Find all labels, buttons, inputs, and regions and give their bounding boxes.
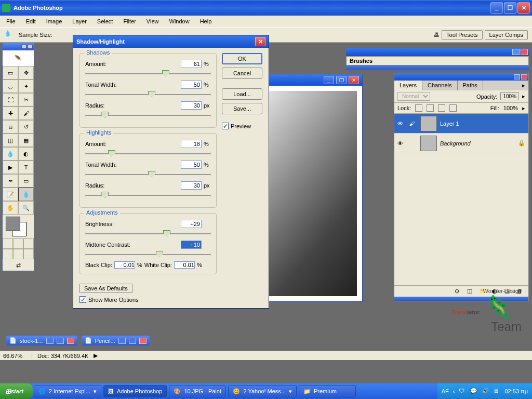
hand-tool[interactable]: ✋: [3, 201, 18, 215]
load-button[interactable]: Load...: [222, 88, 262, 100]
layer-comps-tab[interactable]: Layer Comps: [485, 30, 528, 39]
blend-mode-select[interactable]: Normal: [397, 92, 430, 101]
fill-arrow-icon[interactable]: ▸: [522, 105, 525, 112]
brightness-slider[interactable]: [85, 229, 211, 238]
path-select-tool[interactable]: ▶: [3, 161, 18, 174]
doc-minimize-button[interactable]: _: [324, 76, 334, 84]
language-indicator[interactable]: AF: [442, 388, 449, 394]
taskbar-item[interactable]: 🎨10.JPG - Paint: [169, 385, 226, 397]
lasso-tool[interactable]: ◡: [3, 79, 18, 93]
gradient-tool[interactable]: ▦: [18, 134, 34, 147]
shadows-tonal-slider[interactable]: [85, 90, 211, 99]
lock-pixels-button[interactable]: [427, 104, 434, 112]
taskbar-item[interactable]: 😊2 Yahoo! Mess...▾: [228, 385, 297, 397]
color-swatch[interactable]: [3, 215, 34, 238]
channels-tab[interactable]: Channels: [422, 81, 457, 90]
eraser-tool[interactable]: ◫: [3, 134, 18, 147]
layer-row[interactable]: 👁🖌 Layer 1: [394, 114, 528, 134]
highlights-radius-input[interactable]: [181, 181, 202, 190]
toolbox-minimize-button[interactable]: [21, 45, 26, 49]
tool-presets-tab[interactable]: Tool Presets: [442, 30, 483, 39]
doc-maximize-button[interactable]: ❐: [336, 76, 347, 84]
notes-tool[interactable]: 📝: [3, 188, 18, 201]
standard-mode-button[interactable]: [3, 238, 13, 249]
mdi-close-button[interactable]: [67, 338, 74, 344]
app-close-button[interactable]: ✕: [517, 2, 530, 14]
highlights-radius-slider[interactable]: [85, 191, 211, 200]
heal-tool[interactable]: ✚: [3, 107, 18, 120]
layer-row[interactable]: 👁 Background 🔒: [394, 134, 528, 153]
screen-mode-button[interactable]: [23, 238, 34, 249]
app-minimize-button[interactable]: _: [490, 2, 503, 14]
print-icon[interactable]: 🖶: [434, 32, 440, 38]
menu-select[interactable]: Select: [93, 17, 117, 25]
tray-expand-icon[interactable]: ‹: [453, 388, 455, 394]
tray-icon[interactable]: 🔊: [482, 388, 489, 395]
history-brush-tool[interactable]: ↺: [18, 120, 34, 134]
eyedropper-icon[interactable]: 💧: [4, 30, 14, 39]
document-window[interactable]: 3) _ ❐ ✕: [254, 74, 363, 302]
paths-tab[interactable]: Paths: [458, 81, 483, 90]
lock-position-button[interactable]: [438, 104, 445, 112]
layer-name[interactable]: Background: [440, 140, 518, 147]
stamp-tool[interactable]: ⧇: [3, 120, 18, 134]
opacity-value[interactable]: 100%: [500, 92, 519, 100]
blur-tool[interactable]: 💧: [3, 147, 18, 161]
taskbar-item[interactable]: 🖼Adobe Photoshop: [103, 385, 167, 397]
mdi-restore-button[interactable]: [46, 338, 54, 344]
menu-edit[interactable]: Edit: [22, 17, 40, 25]
brushes-title[interactable]: Brushes: [346, 56, 529, 65]
wand-tool[interactable]: ✦: [18, 79, 34, 93]
layer-thumbnail[interactable]: [420, 116, 437, 131]
status-arrow-icon[interactable]: ▶: [94, 352, 98, 359]
crop-tool[interactable]: ⛶: [3, 93, 18, 107]
fill-value[interactable]: 100%: [503, 105, 518, 111]
show-more-checkbox[interactable]: ✓Show More Options: [79, 296, 217, 303]
highlights-tonal-slider[interactable]: [85, 170, 211, 179]
menu-image[interactable]: Image: [42, 17, 66, 25]
lock-all-button[interactable]: [449, 104, 457, 112]
highlights-amount-slider[interactable]: [85, 149, 211, 158]
brushes-close-button[interactable]: [521, 49, 528, 55]
save-defaults-button[interactable]: Save As Defaults: [79, 284, 132, 293]
marquee-tool[interactable]: ▭: [3, 66, 18, 79]
brushes-minimize-button[interactable]: [512, 49, 520, 55]
menu-window[interactable]: Window: [165, 17, 194, 25]
shadows-amount-slider[interactable]: [85, 69, 211, 78]
tray-icon[interactable]: 🖥: [493, 388, 500, 395]
mdi-restore-button[interactable]: [118, 338, 126, 344]
shadows-radius-input[interactable]: [181, 101, 202, 110]
canvas-area[interactable]: [254, 86, 362, 301]
save-button[interactable]: Save...: [222, 103, 262, 114]
app-maximize-button[interactable]: ❐: [504, 2, 516, 14]
layers-minimize-button[interactable]: [514, 74, 520, 79]
mdi-max-button[interactable]: [129, 338, 136, 344]
opacity-arrow-icon[interactable]: ▸: [522, 93, 525, 100]
dodge-tool[interactable]: ◐: [18, 147, 34, 161]
clock[interactable]: 02:53 πμ: [504, 388, 528, 394]
menu-layer[interactable]: Layer: [68, 17, 91, 25]
layer-name[interactable]: Layer 1: [440, 121, 518, 127]
pen-tool[interactable]: ✒: [3, 174, 18, 188]
start-button[interactable]: ⊞ start: [0, 383, 33, 399]
visibility-icon[interactable]: 👁: [394, 140, 406, 147]
layers-tab[interactable]: Layers: [394, 81, 422, 90]
mdi-close-button[interactable]: [139, 338, 147, 344]
lock-transparent-button[interactable]: [415, 104, 422, 112]
tray-icon[interactable]: 💬: [470, 388, 477, 395]
tray-icon[interactable]: 🛡: [459, 388, 466, 395]
highlights-amount-input[interactable]: [181, 140, 202, 148]
shadows-radius-slider[interactable]: [85, 111, 211, 120]
dialog-close-button[interactable]: ✕: [255, 37, 265, 46]
eyedropper-tool[interactable]: 💧: [18, 188, 34, 201]
menu-help[interactable]: Help: [196, 17, 216, 25]
panel-menu-icon[interactable]: ▸: [519, 81, 528, 90]
brush-tool[interactable]: 🖌: [18, 107, 34, 120]
shadows-tonal-input[interactable]: [181, 81, 202, 89]
screen-full-button[interactable]: [23, 249, 34, 259]
menu-filter[interactable]: Filter: [119, 17, 140, 25]
system-tray[interactable]: AF ‹ 🛡 💬 🔊 🖥 02:53 πμ: [437, 383, 532, 399]
type-tool[interactable]: T: [18, 161, 34, 174]
screen-full-menu-button[interactable]: [13, 249, 23, 259]
midtone-contrast-input[interactable]: [181, 241, 202, 249]
